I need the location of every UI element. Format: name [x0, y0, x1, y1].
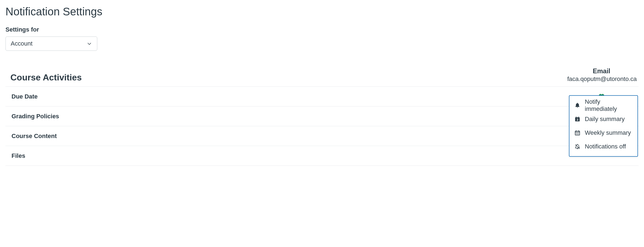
row-due-date: Due Date [5, 87, 639, 106]
email-label: Email [567, 67, 636, 75]
section-title: Course Activities [10, 72, 567, 83]
svg-rect-20 [577, 134, 578, 134]
email-column-header: Email faca.qoputm@utoronto.ca [567, 67, 639, 83]
svg-rect-21 [578, 134, 579, 134]
account-select-value: Account [11, 40, 33, 47]
chevron-down-icon [87, 41, 92, 46]
row-grading-policies: Grading Policies [5, 106, 639, 126]
svg-rect-11 [576, 117, 577, 118]
menu-item-label: Notify immediately [585, 98, 632, 113]
account-select[interactable]: Account [5, 37, 97, 51]
menu-item-weekly-summary[interactable]: Weekly summary [569, 126, 637, 140]
calendar-week-icon [574, 130, 580, 136]
menu-item-notify-immediately[interactable]: Notify immediately [569, 99, 637, 112]
settings-for-label: Settings for [5, 26, 639, 33]
svg-rect-18 [578, 133, 579, 133]
menu-item-label: Notifications off [585, 143, 626, 150]
menu-item-label: Daily summary [585, 116, 625, 123]
row-label-files: Files [5, 152, 567, 159]
svg-rect-16 [576, 133, 577, 133]
menu-item-daily-summary[interactable]: 3 Daily summary [569, 112, 637, 126]
svg-rect-17 [577, 133, 578, 133]
svg-rect-8 [600, 94, 601, 95]
notification-table: Course Activities Email faca.qoputm@utor… [5, 67, 639, 166]
calendar-day-icon: 3 [574, 116, 580, 122]
frequency-menu: Notify immediately 3 Daily summary [569, 95, 638, 157]
bell-off-icon [574, 144, 580, 150]
row-files: Files [5, 146, 639, 166]
row-label-course-content: Course Content [5, 133, 567, 140]
page-title: Notification Settings [5, 5, 639, 18]
svg-rect-23 [579, 130, 579, 132]
table-header: Course Activities Email faca.qoputm@utor… [5, 67, 639, 87]
row-label-due-date: Due Date [5, 93, 567, 100]
row-course-content: Course Content [5, 126, 639, 146]
menu-item-label: Weekly summary [585, 129, 631, 136]
svg-rect-12 [579, 117, 579, 118]
svg-text:3: 3 [577, 118, 578, 121]
bell-icon [574, 102, 580, 108]
svg-rect-9 [602, 94, 603, 95]
svg-rect-22 [576, 130, 577, 132]
email-address: faca.qoputm@utoronto.ca [567, 75, 636, 83]
menu-item-notifications-off[interactable]: Notifications off [569, 140, 637, 153]
row-label-grading-policies: Grading Policies [5, 113, 567, 120]
svg-rect-19 [576, 134, 577, 134]
